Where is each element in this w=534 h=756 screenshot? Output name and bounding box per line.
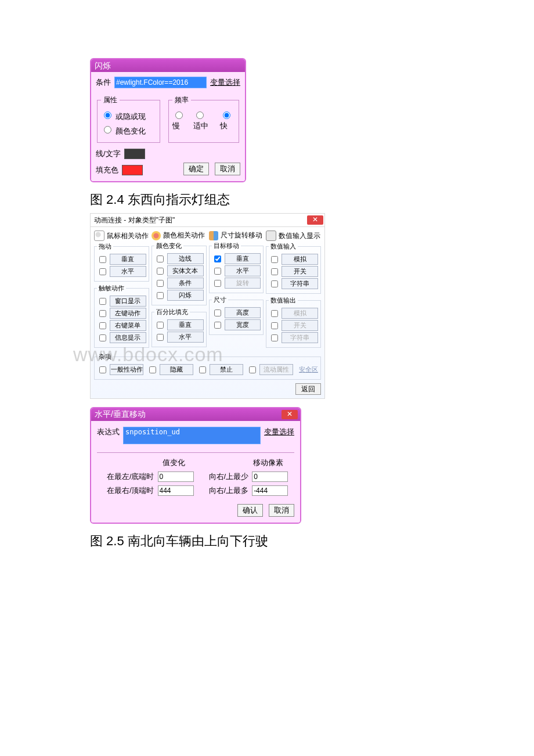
chk-forbid[interactable] [199, 366, 206, 373]
fill-swatch[interactable] [122, 165, 143, 175]
btn-fill-horz[interactable]: 水平 [167, 332, 204, 343]
variable-select-link[interactable]: 变量选择 [264, 427, 294, 437]
cancel-button[interactable]: 取消 [215, 163, 240, 175]
chk-rmenu[interactable] [99, 322, 106, 329]
ok-button[interactable]: 确定 [183, 163, 209, 175]
safe-area-link[interactable]: 安全区 [299, 365, 318, 374]
chk-generic[interactable] [99, 366, 106, 373]
chk-drag-horz[interactable] [99, 268, 106, 275]
chk-out-str[interactable] [271, 334, 278, 341]
close-icon[interactable]: ✕ [307, 215, 323, 225]
move-max-input[interactable] [252, 485, 288, 496]
chk-win[interactable] [99, 298, 106, 305]
at-left-bottom-input[interactable] [158, 471, 194, 482]
btn-blink[interactable]: 闪烁 [167, 290, 204, 301]
btn-in-sw[interactable]: 开关 [282, 266, 318, 277]
rotate-icon [209, 231, 218, 240]
chk-fill-vert[interactable] [157, 322, 164, 329]
ok-button[interactable]: 确认 [237, 504, 263, 517]
btn-win[interactable]: 窗口显示 [110, 296, 146, 307]
radio-fast[interactable]: 快 [220, 110, 235, 131]
btn-drag-vert[interactable]: 垂直 [110, 254, 146, 265]
btn-forbid[interactable]: 禁止 [210, 364, 243, 375]
btn-rmenu[interactable]: 右键菜单 [110, 320, 146, 331]
expr-input[interactable]: snposition_ud [123, 427, 261, 444]
chk-cond[interactable] [157, 280, 164, 287]
btn-generic[interactable]: 一般性动作 [110, 364, 143, 375]
expr-label: 表达式 [97, 427, 120, 437]
condition-input[interactable] [114, 77, 207, 88]
chk-move-horz[interactable] [214, 268, 221, 275]
chk-fill-horz[interactable] [157, 334, 164, 341]
chk-move-rot[interactable] [214, 280, 221, 287]
close-icon[interactable]: ✕ [282, 410, 298, 419]
move-pixels-header: 移动像素 [252, 458, 284, 468]
chk-out-sw[interactable] [271, 322, 278, 329]
dialog2-title: 动画连接 - 对象类型"子图" [94, 215, 175, 225]
chk-flowattr[interactable] [249, 366, 256, 373]
radio-slow[interactable]: 慢 [172, 110, 187, 131]
btn-lclick[interactable]: 左键动作 [110, 308, 146, 319]
col-value: 数值输入显示 数值输入 模拟 开关 字符串 数值输出 模拟 开关 字符串 [266, 231, 321, 350]
btn-text[interactable]: 实体文本 [167, 265, 204, 276]
btn-flowattr: 流动属性 [259, 364, 293, 375]
line-text-swatch[interactable] [124, 149, 145, 159]
freq-legend: 频率 [172, 95, 191, 105]
col-size: 尺寸旋转移动 目标移动 垂直 水平 旋转 尺寸 高度 宽度 [209, 231, 264, 350]
chk-out-analog[interactable] [271, 310, 278, 317]
btn-hide[interactable]: 隐藏 [160, 364, 193, 375]
chk-lclick[interactable] [99, 310, 106, 317]
move-min-input[interactable] [252, 471, 288, 482]
btn-move-horz[interactable]: 水平 [225, 265, 261, 276]
attr-legend: 属性 [101, 95, 120, 105]
radio-mid[interactable]: 适中 [193, 110, 214, 131]
radio-hide-show[interactable]: 或隐或现 [101, 112, 146, 121]
move-min-label: 向右/上最少 [209, 471, 249, 482]
btn-drag-horz[interactable]: 水平 [110, 266, 146, 277]
at-right-top-label: 在最右/顶端时 [107, 485, 154, 496]
btn-move-vert[interactable]: 垂直 [225, 253, 261, 264]
btn-cond[interactable]: 条件 [167, 278, 204, 289]
cursor-icon [94, 231, 104, 241]
btn-height[interactable]: 高度 [225, 307, 261, 318]
line-text-label: 线/文字 [96, 149, 121, 159]
chk-move-vert[interactable] [214, 255, 221, 262]
btn-out-analog: 模拟 [282, 308, 318, 319]
chk-in-str[interactable] [271, 280, 278, 287]
btn-in-analog[interactable]: 模拟 [282, 254, 318, 265]
btn-move-rot: 旋转 [225, 278, 261, 289]
chk-hide[interactable] [149, 366, 156, 373]
btn-fill-vert[interactable]: 垂直 [167, 319, 204, 330]
chk-drag-vert[interactable] [99, 256, 106, 263]
btn-tip[interactable]: 信息提示 [110, 332, 146, 343]
chk-width[interactable] [214, 322, 221, 329]
btn-out-str: 字符串 [282, 332, 318, 343]
variable-select-link[interactable]: 变量选择 [210, 77, 240, 88]
radio-color-change[interactable]: 颜色变化 [101, 127, 146, 135]
chk-edge[interactable] [157, 255, 164, 262]
chk-blink[interactable] [157, 292, 164, 299]
btn-width[interactable]: 宽度 [225, 319, 261, 330]
dialog-animation-link: 动画连接 - 对象类型"子图" ✕ www.bdocx.com 鼠标相关动作 拖… [90, 213, 325, 399]
cancel-button[interactable]: 取消 [269, 504, 294, 517]
chk-height[interactable] [214, 309, 221, 316]
col-color: 颜色相关动作 颜色变化 边线 实体文本 条件 闪烁 百分比填充 垂直 水平 [151, 231, 207, 350]
btn-edge[interactable]: 边线 [167, 253, 204, 264]
chk-in-sw[interactable] [271, 268, 278, 275]
btn-in-str[interactable]: 字符串 [282, 278, 318, 289]
col-mouse: 鼠标相关动作 拖动 垂直 水平 触敏动作 窗口显示 左键动作 右键菜单 信息提示 [94, 231, 149, 350]
back-button[interactable]: 返回 [295, 383, 321, 395]
value-change-header: 值变化 [158, 458, 190, 468]
palette-icon [151, 231, 161, 240]
fill-label: 填充色 [96, 165, 118, 175]
chk-in-analog[interactable] [271, 256, 278, 263]
dialog-blink: 闪烁 条件 变量选择 属性 或隐或现 颜色变化 频率 慢 适中 [90, 58, 246, 182]
chk-tip[interactable] [99, 334, 106, 341]
at-left-bottom-label: 在最左/底端时 [107, 471, 154, 482]
figure-caption-2-4: 图 2.4 东西向指示灯组态 [90, 191, 444, 208]
at-right-top-input[interactable] [158, 485, 194, 496]
dialog-hv-move: 水平/垂直移动 ✕ 表达式 snposition_ud 变量选择 值变化 移动像… [90, 407, 301, 524]
move-max-label: 向右/上最多 [209, 485, 249, 496]
chk-text[interactable] [157, 268, 164, 275]
condition-label: 条件 [96, 77, 111, 88]
